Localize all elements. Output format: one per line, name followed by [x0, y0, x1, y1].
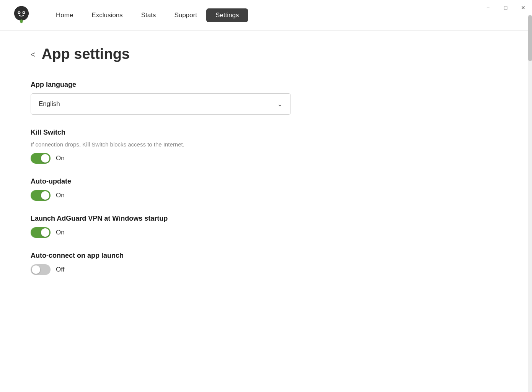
auto-update-toggle[interactable] [31, 190, 51, 201]
top-navigation: Home Exclusions Stats Support Settings [0, 0, 532, 31]
kill-switch-toggle-row: On [31, 153, 314, 164]
language-dropdown[interactable]: English ⌄ [31, 93, 291, 115]
kill-switch-toggle[interactable] [31, 153, 51, 164]
auto-connect-label: Auto-connect on app launch [31, 252, 314, 260]
svg-point-3 [18, 12, 20, 13]
kill-switch-thumb [41, 154, 49, 163]
launch-startup-toggle[interactable] [31, 227, 51, 238]
auto-update-label: Auto-update [31, 177, 314, 185]
scrollbar-thumb[interactable] [528, 15, 532, 61]
auto-update-state-label: On [56, 192, 65, 199]
svg-point-4 [23, 12, 24, 13]
auto-connect-state-label: Off [56, 266, 64, 273]
auto-connect-thumb [32, 265, 40, 274]
language-setting: App language English ⌄ [31, 81, 314, 115]
nav-links: Home Exclusions Stats Support Settings [47, 8, 248, 22]
launch-startup-thumb [41, 228, 49, 237]
nav-stats[interactable]: Stats [132, 8, 165, 22]
maximize-button[interactable]: □ [497, 0, 514, 15]
close-button[interactable]: ✕ [514, 0, 532, 15]
page-title: App settings [42, 46, 130, 62]
auto-update-toggle-row: On [31, 190, 314, 201]
launch-startup-toggle-row: On [31, 227, 314, 238]
auto-connect-toggle-row: Off [31, 264, 314, 275]
app-logo [11, 5, 31, 25]
svg-point-5 [20, 19, 23, 23]
language-label: App language [31, 81, 314, 89]
title-bar: − □ ✕ [479, 0, 532, 15]
launch-startup-label: Launch AdGuard VPN at Windows startup [31, 215, 314, 223]
nav-support[interactable]: Support [165, 8, 206, 22]
kill-switch-state-label: On [56, 155, 65, 162]
auto-connect-toggle[interactable] [31, 264, 51, 275]
nav-settings[interactable]: Settings [206, 8, 248, 22]
auto-update-setting: Auto-update On [31, 177, 314, 201]
nav-home[interactable]: Home [47, 8, 82, 22]
minimize-button[interactable]: − [479, 0, 497, 15]
auto-connect-setting: Auto-connect on app launch Off [31, 252, 314, 275]
launch-startup-state-label: On [56, 229, 65, 236]
language-value: English [39, 100, 60, 108]
kill-switch-description: If connection drops, Kill Switch blocks … [31, 141, 314, 148]
kill-switch-setting: Kill Switch If connection drops, Kill Sw… [31, 128, 314, 164]
main-content: < App settings App language English ⌄ Ki… [0, 31, 344, 304]
back-button[interactable]: < [31, 50, 36, 59]
auto-update-thumb [41, 191, 49, 200]
scrollbar-track[interactable] [528, 15, 532, 392]
chevron-down-icon: ⌄ [277, 100, 283, 108]
launch-startup-setting: Launch AdGuard VPN at Windows startup On [31, 215, 314, 238]
kill-switch-label: Kill Switch [31, 128, 314, 137]
page-header: < App settings [31, 46, 314, 62]
nav-exclusions[interactable]: Exclusions [82, 8, 132, 22]
